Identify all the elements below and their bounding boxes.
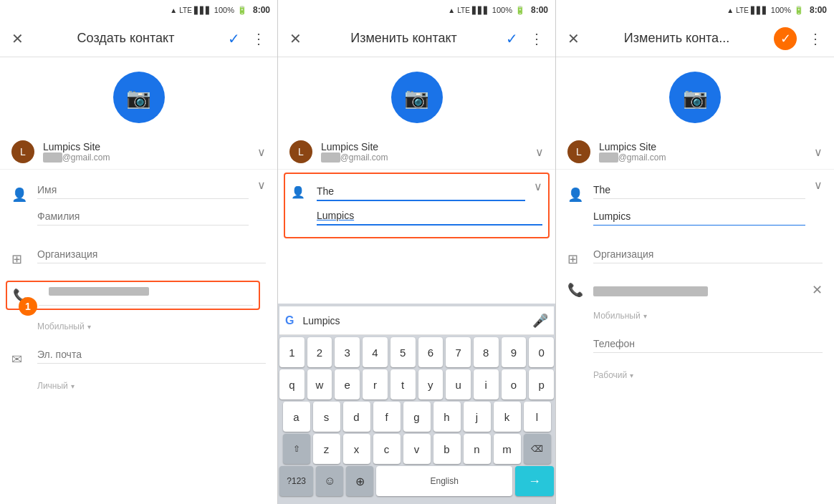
close-button-2[interactable]: ✕ — [289, 32, 302, 46]
clear-phone-button[interactable]: ✕ — [812, 282, 823, 298]
check-button-2[interactable]: ✓ — [506, 30, 518, 47]
org-field-row: ⊞ — [11, 240, 266, 272]
key-n[interactable]: n — [464, 434, 491, 464]
name-prefix-row: 👤 ∨ — [291, 180, 542, 201]
org-input-3[interactable] — [593, 243, 823, 263]
person-icon-1: 👤 — [11, 178, 29, 203]
add-photo-button-1[interactable]: 📷 — [113, 72, 165, 123]
key-2[interactable]: 2 — [307, 337, 332, 367]
key-p[interactable]: p — [529, 369, 554, 399]
form-section-3: 👤 ∨ ⊞ 📞 ✕ Мобильный ▾ — [556, 170, 834, 504]
work-label[interactable]: Рабочий ▾ — [593, 370, 633, 380]
camera-plus-icon: 📷 — [126, 86, 151, 110]
lte-label-3: LTE — [736, 6, 749, 14]
org-input[interactable] — [37, 243, 266, 263]
mobile-label-3[interactable]: Мобильный ▾ — [593, 311, 647, 321]
email-input[interactable] — [37, 343, 266, 364]
add-photo-button-3[interactable]: 📷 — [669, 72, 721, 123]
enter-key[interactable]: → — [515, 466, 554, 496]
key-m[interactable]: m — [494, 434, 521, 464]
app-bar-1: ✕ Создать контакт ✓ ⋮ — [0, 20, 277, 57]
status-bar-3: ▲ LTE ▋▋▋ 100% 🔋 8:00 — [556, 0, 834, 20]
key-t[interactable]: t — [390, 369, 416, 399]
key-a[interactable]: a — [283, 402, 310, 432]
check-button-3-highlighted[interactable]: ✓ — [774, 27, 797, 50]
account-row-3[interactable]: L Lumpics Site @gmail.com ∨ — [556, 135, 834, 170]
panel-1: ▲ LTE ▋▋▋ 100% 🔋 8:00 ✕ Создать контакт … — [0, 0, 278, 504]
key-j[interactable]: j — [464, 402, 491, 432]
key-g[interactable]: g — [403, 402, 431, 432]
menu-button-1[interactable]: ⋮ — [251, 30, 266, 47]
last-name-input[interactable] — [37, 205, 249, 226]
key-x[interactable]: x — [343, 434, 370, 464]
key-d[interactable]: d — [343, 402, 370, 432]
key-6[interactable]: 6 — [418, 337, 444, 367]
mic-icon[interactable]: 🎤 — [532, 313, 548, 329]
key-k[interactable]: k — [494, 402, 521, 432]
backspace-key[interactable]: ⌫ — [524, 434, 551, 464]
key-8[interactable]: 8 — [474, 337, 499, 367]
mobile-label[interactable]: Мобильный ▾ — [37, 321, 91, 331]
key-o[interactable]: o — [502, 369, 527, 399]
key-y[interactable]: y — [418, 369, 444, 399]
key-l[interactable]: l — [524, 402, 551, 432]
email-redacted-1 — [43, 152, 62, 163]
close-button-3[interactable]: ✕ — [567, 32, 580, 46]
key-w[interactable]: w — [307, 369, 332, 399]
last-name-input-2[interactable] — [317, 204, 542, 226]
space-key[interactable]: English — [376, 466, 512, 496]
key-q[interactable]: q — [279, 369, 305, 399]
number-row: 1 2 3 4 5 6 7 8 9 0 — [279, 337, 554, 367]
name-field-highlight: 👤 ∨ — [284, 173, 550, 238]
account-info-1: Lumpics Site @gmail.com — [43, 141, 249, 163]
zxcv-row: ⇧ z x c v b n m ⌫ — [279, 434, 554, 464]
first-name-input[interactable] — [37, 178, 249, 199]
account-name-2: Lumpics Site — [321, 141, 527, 152]
bottom-row: ?123 ☺ ⊕ English → — [279, 466, 554, 496]
shift-key[interactable]: ⇧ — [283, 434, 310, 464]
num-toggle-key[interactable]: ?123 — [279, 466, 313, 496]
key-z[interactable]: z — [313, 434, 340, 464]
avatar-area-3: 📷 — [556, 57, 834, 135]
key-0[interactable]: 0 — [529, 337, 554, 367]
emoji-key[interactable]: ☺ — [316, 466, 343, 496]
key-7[interactable]: 7 — [446, 337, 471, 367]
prefix-input-3[interactable] — [593, 178, 805, 199]
key-4[interactable]: 4 — [363, 337, 388, 367]
account-row-1[interactable]: L Lumpics Site @gmail.com ∨ — [0, 135, 277, 170]
chevron-down-icon-name: ∨ — [257, 178, 266, 192]
key-v[interactable]: v — [403, 434, 431, 464]
key-b[interactable]: b — [433, 434, 461, 464]
menu-button-3[interactable]: ⋮ — [808, 30, 823, 47]
key-u[interactable]: u — [446, 369, 471, 399]
avatar-area-1: 📷 — [0, 57, 277, 135]
globe-key[interactable]: ⊕ — [346, 466, 373, 496]
key-h[interactable]: h — [433, 402, 461, 432]
close-button-1[interactable]: ✕ — [11, 32, 24, 46]
key-i[interactable]: i — [474, 369, 499, 399]
key-9[interactable]: 9 — [502, 337, 527, 367]
check-icon-3: ✓ — [780, 31, 791, 47]
personal-label[interactable]: Личный ▾ — [37, 381, 75, 391]
key-3[interactable]: 3 — [335, 337, 360, 367]
key-e[interactable]: e — [335, 369, 360, 399]
key-1[interactable]: 1 — [279, 337, 305, 367]
key-r[interactable]: r — [363, 369, 388, 399]
last-name-input-3[interactable] — [593, 205, 805, 226]
account-row-2[interactable]: L Lumpics Site @gmail.com ∨ — [278, 135, 555, 170]
phone2-input[interactable] — [593, 332, 823, 353]
prefix-input[interactable] — [317, 180, 525, 201]
chevron-down-icon-name-2: ∨ — [534, 180, 542, 193]
key-s[interactable]: s — [313, 402, 340, 432]
key-f[interactable]: f — [373, 402, 401, 432]
check-button-1[interactable]: ✓ — [228, 30, 240, 47]
key-c[interactable]: c — [373, 434, 401, 464]
email-redacted-2 — [321, 152, 340, 163]
suggestion-word[interactable]: Lumpics — [302, 315, 340, 326]
wifi-icon-2: ▲ — [448, 6, 455, 14]
signal-bar-icon-3: ▋▋▋ — [751, 6, 768, 14]
add-photo-button-2[interactable]: 📷 — [391, 72, 443, 123]
key-5[interactable]: 5 — [390, 337, 416, 367]
menu-button-2[interactable]: ⋮ — [529, 30, 544, 47]
account-avatar-3: L — [567, 140, 590, 163]
